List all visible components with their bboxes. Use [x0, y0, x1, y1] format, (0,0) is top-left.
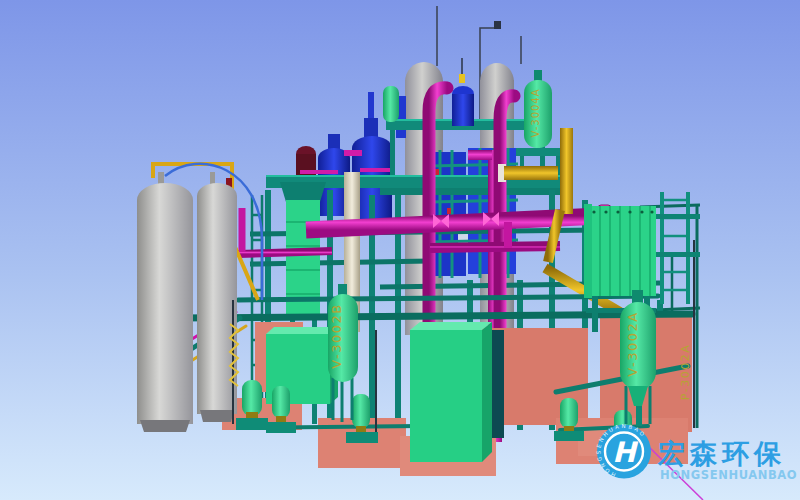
- label-v3002b: V-3002B: [329, 303, 344, 368]
- plant-3d-render: V-3004A: [0, 0, 800, 500]
- small-green-drum: [383, 86, 399, 122]
- green-box-tank-center: [410, 322, 492, 462]
- logo-h-mark: H: [612, 436, 638, 469]
- logo-name-cn: 宏森环保: [657, 438, 786, 469]
- label-p3002a: P-3002A: [679, 344, 692, 400]
- label-v3002a: V-3002A: [625, 311, 640, 376]
- vessel-v3002b: V-3002B: [328, 284, 358, 422]
- vessel-v3002a: V-3002A: [620, 290, 656, 426]
- plant-3d-render-viewport: V-3004A: [0, 0, 800, 500]
- label-v3004a: V-3004A: [530, 88, 541, 137]
- logo-name-en: HONGSENHUANBAO: [660, 468, 797, 482]
